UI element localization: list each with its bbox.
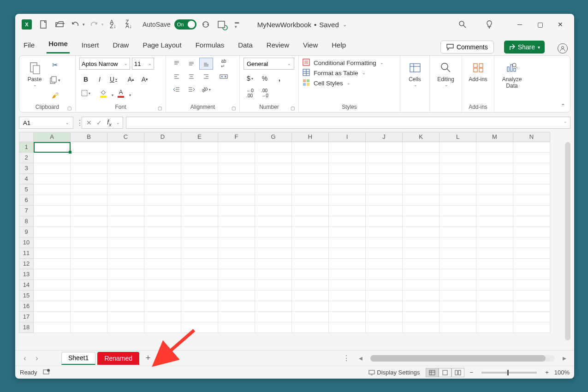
cell[interactable] — [144, 174, 181, 184]
cell[interactable] — [107, 248, 144, 259]
column-header[interactable]: I — [329, 132, 366, 142]
cell[interactable] — [476, 153, 513, 163]
row-header[interactable]: 3 — [19, 163, 34, 174]
row-header[interactable]: 9 — [19, 227, 34, 238]
cell[interactable] — [366, 301, 403, 312]
cell[interactable] — [181, 227, 218, 238]
cell[interactable] — [329, 248, 366, 259]
row-header[interactable]: 4 — [19, 174, 34, 184]
align-center-icon[interactable] — [184, 71, 198, 83]
cell[interactable] — [71, 291, 107, 301]
alignment-launcher[interactable]: ▢ — [232, 106, 236, 111]
cell[interactable] — [366, 216, 403, 227]
autosave-toggle[interactable]: On — [174, 19, 196, 30]
cell[interactable] — [366, 195, 403, 206]
cell[interactable] — [476, 206, 513, 216]
cell[interactable] — [144, 206, 181, 216]
cell[interactable] — [71, 238, 107, 248]
cell[interactable] — [71, 227, 107, 238]
cell[interactable] — [292, 184, 329, 195]
cell[interactable] — [144, 216, 181, 227]
cell[interactable] — [292, 238, 329, 248]
qat-customize-icon[interactable]: ▬▾ — [231, 18, 244, 31]
open-file-icon[interactable] — [53, 18, 66, 31]
cell[interactable] — [366, 174, 403, 184]
cell[interactable] — [144, 269, 181, 280]
formula-input[interactable]: ⌄ — [126, 117, 570, 129]
cell[interactable] — [107, 291, 144, 301]
sort-asc-icon[interactable]: AZ↓ — [107, 18, 119, 31]
font-launcher[interactable]: ▢ — [158, 106, 162, 111]
comma-format-icon[interactable]: , — [273, 72, 286, 84]
lightbulb-icon[interactable] — [483, 18, 496, 31]
cell[interactable] — [292, 248, 329, 259]
tab-view[interactable]: View — [301, 37, 320, 53]
row-header[interactable]: 5 — [19, 184, 34, 195]
cell[interactable] — [34, 216, 71, 227]
column-header[interactable]: K — [403, 132, 440, 142]
column-header[interactable]: F — [218, 132, 255, 142]
row-header[interactable]: 7 — [19, 206, 34, 216]
cell[interactable] — [513, 269, 550, 280]
font-name-select[interactable]: Aptos Narrow⌄ — [79, 58, 130, 70]
cell[interactable] — [292, 142, 329, 153]
cell[interactable] — [218, 153, 255, 163]
cell[interactable] — [255, 301, 292, 312]
cell[interactable] — [366, 291, 403, 301]
new-file-icon[interactable] — [37, 18, 50, 31]
cell[interactable] — [71, 312, 107, 322]
cell[interactable] — [366, 259, 403, 269]
cell[interactable] — [255, 259, 292, 269]
format-as-table-button[interactable]: Format as Table⌄ — [303, 69, 384, 77]
tab-page-layout[interactable]: Page Layout — [141, 37, 183, 53]
cell[interactable] — [218, 259, 255, 269]
cell[interactable] — [403, 142, 440, 153]
minimize-button[interactable]: ─ — [510, 18, 530, 31]
cell[interactable] — [71, 163, 107, 174]
zoom-in-button[interactable]: + — [545, 369, 549, 376]
cell[interactable] — [144, 163, 181, 174]
teams-share-icon[interactable] — [558, 43, 568, 53]
cell[interactable] — [513, 312, 550, 322]
tab-file[interactable]: File — [22, 37, 36, 53]
cell[interactable] — [292, 259, 329, 269]
cell[interactable] — [181, 312, 218, 322]
cell[interactable] — [513, 291, 550, 301]
cell[interactable] — [107, 142, 144, 153]
cell[interactable] — [255, 163, 292, 174]
borders-button[interactable]: ▾ — [79, 87, 92, 99]
tab-home[interactable]: Home — [47, 36, 70, 53]
redo-button[interactable]: ▾ — [88, 18, 104, 31]
cell[interactable] — [181, 280, 218, 291]
cell[interactable] — [403, 216, 440, 227]
cell[interactable] — [329, 259, 366, 269]
cell[interactable] — [107, 269, 144, 280]
cell[interactable] — [34, 195, 71, 206]
fill-color-button[interactable]: ◇ — [97, 87, 110, 99]
cell[interactable] — [440, 216, 476, 227]
cell[interactable] — [403, 153, 440, 163]
cell[interactable] — [366, 206, 403, 216]
cell[interactable] — [255, 269, 292, 280]
row-header[interactable]: 11 — [19, 248, 34, 259]
page-layout-view-icon[interactable] — [439, 368, 451, 377]
cell[interactable] — [71, 301, 107, 312]
cell[interactable] — [34, 291, 71, 301]
cell[interactable] — [366, 163, 403, 174]
cancel-formula-icon[interactable]: ✕ — [85, 119, 93, 126]
cell[interactable] — [476, 227, 513, 238]
cell[interactable] — [476, 142, 513, 153]
orientation-icon[interactable]: ab▾ — [199, 83, 213, 95]
column-header[interactable]: B — [71, 132, 107, 142]
cell[interactable] — [329, 174, 366, 184]
increase-decimal-icon[interactable]: ←0.00 — [244, 87, 256, 99]
cell[interactable] — [476, 322, 513, 333]
cell[interactable] — [403, 259, 440, 269]
clipboard-launcher[interactable]: ▢ — [67, 106, 71, 111]
align-middle-icon[interactable] — [184, 58, 198, 70]
accounting-format-icon[interactable]: $▾ — [244, 72, 256, 84]
cell[interactable] — [218, 206, 255, 216]
cell[interactable] — [440, 269, 476, 280]
cell[interactable] — [255, 216, 292, 227]
cell[interactable] — [218, 312, 255, 322]
